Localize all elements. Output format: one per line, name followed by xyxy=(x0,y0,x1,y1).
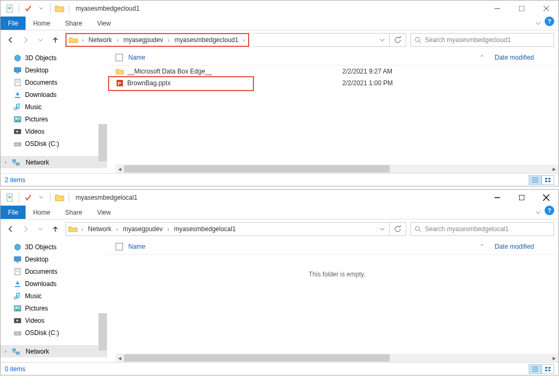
view-tab[interactable]: View xyxy=(89,17,118,30)
view-tab[interactable]: View xyxy=(89,206,118,219)
forward-button[interactable] xyxy=(20,223,31,235)
maximize-button[interactable] xyxy=(509,1,534,17)
breadcrumb-chevron-icon[interactable]: › xyxy=(241,37,248,43)
up-button[interactable] xyxy=(50,34,61,46)
table-row[interactable]: __Microsoft Data Box Edge__ 2/2/2021 9:2… xyxy=(116,66,558,77)
qat-dropdown-icon[interactable] xyxy=(35,3,47,14)
sidebar-item-music[interactable]: Music xyxy=(1,101,107,113)
sidebar-item-3d-objects[interactable]: 3D Objects xyxy=(1,52,107,64)
window-title: myasesmbedgecloud1 xyxy=(76,5,139,12)
breadcrumb-chevron-icon[interactable]: › xyxy=(113,226,120,232)
scrollbar-thumb[interactable] xyxy=(124,354,390,362)
details-view-button[interactable] xyxy=(529,364,541,374)
icons-view-button[interactable] xyxy=(541,364,554,374)
close-button[interactable] xyxy=(534,190,558,206)
properties-icon[interactable] xyxy=(22,3,34,14)
share-tab[interactable]: Share xyxy=(57,17,89,30)
breadcrumb-host[interactable]: myasegpudev xyxy=(121,224,165,234)
back-button[interactable] xyxy=(5,223,17,235)
refresh-button[interactable] xyxy=(389,223,406,235)
sidebar-item-videos[interactable]: Videos xyxy=(1,125,107,137)
sidebar[interactable]: 3D Objects Desktop Documents Downloads M… xyxy=(1,50,107,173)
ribbon-chevron-icon[interactable] xyxy=(532,206,545,219)
sidebar-item-documents[interactable]: Documents xyxy=(1,265,107,277)
column-name[interactable]: Name xyxy=(128,243,331,250)
breadcrumb-network[interactable]: Network xyxy=(86,35,114,45)
sidebar-item-desktop[interactable]: Desktop xyxy=(1,253,107,265)
refresh-button[interactable] xyxy=(389,34,406,46)
breadcrumb-chevron-icon[interactable]: › xyxy=(165,226,171,232)
breadcrumb-share[interactable]: myasesmbedgelocal1 xyxy=(172,224,238,234)
sidebar-item-osdisk[interactable]: OSDisk (C:) xyxy=(1,137,107,150)
column-name[interactable]: Name xyxy=(128,54,331,61)
scrollbar-thumb[interactable] xyxy=(98,124,107,161)
sidebar-item-network[interactable]: ›Network xyxy=(1,345,107,357)
qat-dropdown-icon[interactable] xyxy=(35,192,47,203)
scroll-left-icon[interactable]: ◄ xyxy=(116,166,124,172)
horizontal-scrollbar[interactable]: ◄ ► xyxy=(116,165,558,173)
horizontal-scrollbar[interactable]: ◄ ► xyxy=(116,354,558,362)
sidebar-item-videos[interactable]: Videos xyxy=(1,314,107,326)
file-tab[interactable]: File xyxy=(1,17,26,30)
breadcrumb-share[interactable]: myasesmbedgecloud1 xyxy=(172,35,241,45)
select-all-checkbox[interactable] xyxy=(116,243,123,250)
up-button[interactable] xyxy=(50,223,61,235)
downloads-icon xyxy=(13,280,22,288)
file-tab[interactable]: File xyxy=(1,206,26,219)
sidebar-item-downloads[interactable]: Downloads xyxy=(1,277,107,290)
svg-rect-37 xyxy=(17,262,19,263)
search-input[interactable]: Search myasesmbedgelocal1 xyxy=(410,222,554,236)
sidebar-item-documents[interactable]: Documents xyxy=(1,76,107,88)
breadcrumb-chevron-icon[interactable]: › xyxy=(79,226,86,232)
icons-view-button[interactable] xyxy=(541,175,554,185)
sidebar-item-pictures[interactable]: Pictures xyxy=(1,302,107,314)
share-tab[interactable]: Share xyxy=(57,206,89,219)
history-dropdown-icon[interactable] xyxy=(375,37,389,43)
back-button[interactable] xyxy=(5,34,17,46)
breadcrumb-network[interactable]: Network xyxy=(86,224,113,234)
minimize-button[interactable] xyxy=(485,1,509,17)
help-icon[interactable]: ? xyxy=(545,206,554,215)
breadcrumb-bar[interactable]: › Network › myasegpudev › myasesmbedgelo… xyxy=(65,222,406,236)
properties-icon[interactable] xyxy=(22,192,34,203)
details-view-button[interactable] xyxy=(529,175,541,185)
maximize-button[interactable] xyxy=(509,190,534,206)
scrollbar-thumb[interactable] xyxy=(124,165,390,173)
titlebar[interactable]: myasesmbedgelocal1 xyxy=(1,190,558,206)
minimize-button[interactable] xyxy=(485,190,509,206)
recent-dropdown[interactable] xyxy=(35,223,46,235)
select-all-checkbox[interactable] xyxy=(116,54,123,61)
column-date[interactable]: Date modified xyxy=(495,243,558,250)
home-tab[interactable]: Home xyxy=(26,206,57,219)
breadcrumb-chevron-icon[interactable]: › xyxy=(114,37,121,43)
breadcrumb-chevron-icon[interactable]: › xyxy=(79,37,86,43)
breadcrumb-host[interactable]: myasegpudev xyxy=(121,35,166,45)
column-date[interactable]: Date modified xyxy=(495,54,558,61)
search-input[interactable]: Search myasesmbedgecloud1 xyxy=(410,33,554,47)
sidebar-item-downloads[interactable]: Downloads xyxy=(1,88,107,101)
sidebar-item-3d-objects[interactable]: 3D Objects xyxy=(1,241,107,253)
forward-button[interactable] xyxy=(20,34,31,46)
help-icon[interactable]: ? xyxy=(545,17,554,26)
sidebar-item-desktop[interactable]: Desktop xyxy=(1,64,107,76)
recent-dropdown[interactable] xyxy=(35,34,46,46)
close-button[interactable] xyxy=(534,1,558,17)
sidebar[interactable]: 3D Objects Desktop Documents Downloads M… xyxy=(1,239,107,362)
desktop-icon xyxy=(13,66,22,75)
scrollbar-thumb[interactable] xyxy=(98,313,107,350)
search-placeholder: Search myasesmbedgelocal1 xyxy=(425,225,508,233)
sidebar-item-pictures[interactable]: Pictures xyxy=(1,113,107,125)
table-row[interactable]: P BrownBag.pptx 2/2/2021 1:00 PM xyxy=(116,77,558,89)
titlebar[interactable]: myasesmbedgecloud1 xyxy=(1,1,558,17)
breadcrumb-chevron-icon[interactable]: › xyxy=(165,37,172,43)
sidebar-item-music[interactable]: Music xyxy=(1,290,107,302)
home-tab[interactable]: Home xyxy=(26,17,57,30)
history-dropdown-icon[interactable] xyxy=(375,226,389,232)
sidebar-item-network[interactable]: ›Network xyxy=(1,156,107,168)
sidebar-item-osdisk[interactable]: OSDisk (C:) xyxy=(1,326,107,339)
scroll-right-icon[interactable]: ► xyxy=(550,355,558,361)
breadcrumb-bar[interactable]: › Network › myasegpudev › myasesmbedgecl… xyxy=(65,33,249,47)
scroll-left-icon[interactable]: ◄ xyxy=(116,355,124,361)
ribbon-chevron-icon[interactable] xyxy=(532,17,545,30)
scroll-right-icon[interactable]: ► xyxy=(550,166,558,172)
